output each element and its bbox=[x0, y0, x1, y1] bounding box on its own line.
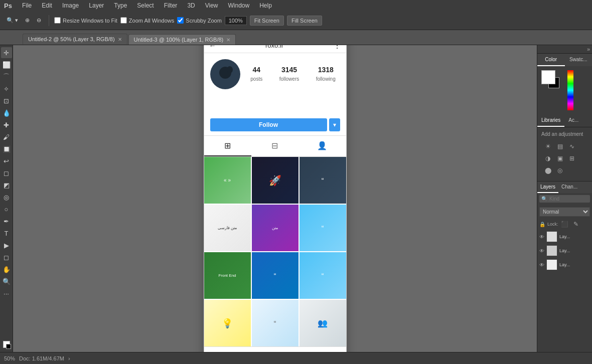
scrubby-zoom-label[interactable]: Scrubby Zoom bbox=[177, 17, 222, 24]
zoom-level-input[interactable] bbox=[225, 16, 247, 25]
channels-tab[interactable]: Chan... bbox=[558, 181, 580, 193]
magic-wand-tool[interactable]: ✧ bbox=[1, 83, 12, 94]
follow-button[interactable]: Follow bbox=[210, 118, 327, 131]
tab-document-2[interactable]: Untitled-3 @ 100% (Layer 1, RGB/8) ✕ bbox=[128, 34, 236, 45]
layer-item-2[interactable]: 👁 Lay... bbox=[537, 244, 592, 258]
photo-cell-7[interactable]: Front End bbox=[204, 252, 251, 299]
menu-3d[interactable]: 3D bbox=[185, 1, 197, 10]
swatches-tab[interactable]: Swatc... bbox=[565, 54, 593, 66]
more-tools[interactable]: ··· bbox=[1, 288, 12, 299]
blend-mode-select[interactable]: Normal bbox=[539, 207, 590, 217]
zoom-in-button[interactable]: ⊕ bbox=[23, 16, 32, 25]
zoom-all-windows-label[interactable]: Zoom All Windows bbox=[120, 17, 174, 24]
zoom-tool[interactable]: 🔍 bbox=[1, 276, 12, 287]
profile-nav-button[interactable]: 👤 bbox=[318, 347, 346, 352]
foreground-color[interactable] bbox=[541, 70, 555, 84]
lock-pixels-button[interactable]: ⬛ bbox=[560, 220, 569, 229]
move-tool[interactable]: ✛ bbox=[1, 47, 12, 58]
libraries-tab[interactable]: Libraries bbox=[537, 114, 564, 127]
layer-item-3[interactable]: 👁 Lay... bbox=[537, 258, 592, 272]
layer-3-visibility[interactable]: 👁 bbox=[539, 262, 544, 268]
hand-tool[interactable]: ✋ bbox=[1, 264, 12, 275]
layers-tab[interactable]: Layers bbox=[537, 181, 558, 193]
back-button[interactable]: ← bbox=[209, 45, 216, 50]
list-view-tab[interactable]: ⊟ bbox=[251, 136, 299, 156]
menu-window[interactable]: Window bbox=[226, 1, 252, 10]
levels-icon[interactable]: ▤ bbox=[555, 142, 564, 151]
layer-2-visibility[interactable]: 👁 bbox=[539, 248, 544, 254]
menu-filter[interactable]: Filter bbox=[162, 1, 180, 10]
marquee-tool[interactable]: ⬜ bbox=[1, 59, 12, 70]
layer-item-1[interactable]: 👁 Lay... bbox=[537, 230, 592, 244]
photo-cell-11[interactable]: “ bbox=[252, 300, 299, 346]
photo-cell-2[interactable]: 🚀 bbox=[252, 157, 299, 204]
zoom-out-button[interactable]: ⊖ bbox=[34, 16, 44, 25]
color-balance-icon[interactable]: ⊞ bbox=[567, 154, 576, 163]
tab-2-close[interactable]: ✕ bbox=[226, 37, 230, 43]
dodge-tool[interactable]: ○ bbox=[1, 204, 12, 215]
type-tool[interactable]: T bbox=[1, 228, 12, 239]
layers-search-input[interactable] bbox=[549, 196, 579, 202]
menu-edit[interactable]: Edit bbox=[40, 1, 54, 10]
photo-cell-6[interactable]: “ bbox=[300, 205, 346, 251]
tab-1-close[interactable]: ✕ bbox=[118, 37, 122, 42]
photo-cell-5[interactable]: متن bbox=[252, 205, 299, 251]
resize-windows-checkbox[interactable] bbox=[54, 17, 61, 24]
photo-cell-10[interactable]: 💡 bbox=[204, 300, 251, 346]
clone-stamp-tool[interactable]: 🔲 bbox=[1, 143, 12, 154]
lock-position-button[interactable]: ✎ bbox=[571, 220, 580, 229]
bottom-expand-arrow[interactable]: › bbox=[68, 355, 70, 361]
fit-screen-button[interactable]: Fit Screen bbox=[250, 16, 284, 26]
search-nav-button[interactable]: 🔍 bbox=[232, 347, 261, 352]
brightness-contrast-icon[interactable]: ☀ bbox=[543, 142, 552, 151]
menu-select[interactable]: Select bbox=[135, 1, 156, 10]
eyedropper-tool[interactable]: 💧 bbox=[1, 107, 12, 118]
add-nav-button[interactable]: ➕ bbox=[261, 347, 289, 352]
resize-windows-label[interactable]: Resize Windows to Fit bbox=[54, 17, 117, 24]
lasso-tool[interactable]: ⌒ bbox=[1, 71, 12, 82]
exposure-icon[interactable]: ◑ bbox=[543, 154, 552, 163]
tab-document-1[interactable]: Untitled-2 @ 50% (Layer 3, RGB/8) ✕ bbox=[23, 34, 127, 45]
photo-cell-3[interactable]: “ bbox=[300, 157, 346, 204]
color-spectrum-strip[interactable] bbox=[567, 70, 573, 110]
blur-tool[interactable]: ◎ bbox=[1, 192, 12, 203]
zoom-tool-button[interactable]: 🔍 ▾ bbox=[4, 16, 21, 25]
hue-saturation-icon[interactable]: ▣ bbox=[555, 154, 564, 163]
crop-tool[interactable]: ⊡ bbox=[1, 95, 12, 106]
follow-dropdown-button[interactable]: ▾ bbox=[329, 118, 340, 131]
panel-collapse-button[interactable]: » bbox=[587, 46, 590, 52]
menu-dots-button[interactable]: ⋮ bbox=[333, 45, 341, 50]
menu-file[interactable]: File bbox=[20, 1, 34, 10]
menu-type[interactable]: Type bbox=[112, 1, 129, 10]
black-white-icon[interactable]: ⬤ bbox=[543, 166, 552, 175]
gradient-tool[interactable]: ◩ bbox=[1, 179, 12, 191]
home-nav-button[interactable]: 🏠 bbox=[204, 347, 233, 352]
history-brush-tool[interactable]: ↩ bbox=[1, 155, 12, 166]
menu-layer[interactable]: Layer bbox=[87, 1, 106, 10]
heart-nav-button[interactable]: ♡ bbox=[289, 347, 318, 352]
photo-cell-1[interactable]: « » bbox=[204, 157, 251, 204]
grid-view-tab[interactable]: ⊞ bbox=[204, 136, 251, 156]
fill-screen-button[interactable]: Fill Screen bbox=[287, 16, 322, 26]
photo-cell-12[interactable]: 👥 bbox=[300, 300, 346, 346]
zoom-all-windows-checkbox[interactable] bbox=[120, 17, 127, 24]
pen-tool[interactable]: ✒ bbox=[1, 216, 12, 227]
menu-image[interactable]: Image bbox=[60, 1, 81, 10]
photo-cell-9[interactable]: “ bbox=[300, 252, 346, 299]
photo-cell-8[interactable]: “ bbox=[252, 252, 299, 299]
path-selection-tool[interactable]: ▶ bbox=[1, 240, 12, 251]
eraser-tool[interactable]: ◻ bbox=[1, 167, 12, 178]
brush-tool[interactable]: 🖌 bbox=[1, 131, 12, 142]
adjustments-tab[interactable]: Ac... bbox=[564, 114, 582, 127]
photo-filter-icon[interactable]: ◎ bbox=[555, 166, 564, 175]
menu-help[interactable]: Help bbox=[257, 1, 274, 10]
tagged-tab[interactable]: 👤 bbox=[299, 136, 346, 156]
layer-1-visibility[interactable]: 👁 bbox=[539, 234, 544, 240]
curves-icon[interactable]: ∿ bbox=[567, 142, 576, 151]
scrubby-zoom-checkbox[interactable] bbox=[177, 17, 184, 24]
healing-brush-tool[interactable]: ✚ bbox=[1, 119, 12, 130]
shape-tool[interactable]: ◻ bbox=[1, 252, 12, 263]
color-tab[interactable]: Color bbox=[537, 54, 565, 66]
photo-cell-4[interactable]: متن فارسی bbox=[204, 205, 251, 251]
menu-view[interactable]: View bbox=[203, 1, 220, 10]
